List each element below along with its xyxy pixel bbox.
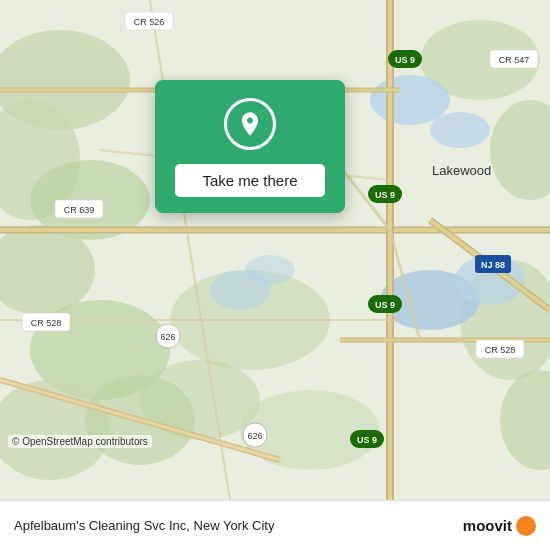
moovit-text: moovit bbox=[463, 517, 512, 534]
svg-text:US 9: US 9 bbox=[375, 190, 395, 200]
svg-text:CR 528: CR 528 bbox=[485, 345, 516, 355]
moovit-dot-icon bbox=[516, 516, 536, 536]
svg-text:CR 547: CR 547 bbox=[499, 55, 530, 65]
svg-point-20 bbox=[245, 255, 295, 285]
take-me-there-button[interactable]: Take me there bbox=[175, 164, 325, 197]
pin-icon-wrapper bbox=[224, 98, 276, 150]
svg-text:US 9: US 9 bbox=[395, 55, 415, 65]
location-card[interactable]: Take me there bbox=[155, 80, 345, 213]
svg-text:US 9: US 9 bbox=[357, 435, 377, 445]
map-container: CR 526 US 9 CR 547 CR 639 US 9 Lakewood … bbox=[0, 0, 550, 500]
location-title: Apfelbaum's Cleaning Svc Inc, New York C… bbox=[14, 518, 274, 533]
svg-text:Lakewood: Lakewood bbox=[432, 163, 491, 178]
map-background: CR 526 US 9 CR 547 CR 639 US 9 Lakewood … bbox=[0, 0, 550, 500]
svg-text:NJ 88: NJ 88 bbox=[481, 260, 505, 270]
svg-text:CR 526: CR 526 bbox=[134, 17, 165, 27]
moovit-logo: moovit bbox=[463, 516, 536, 536]
svg-text:626: 626 bbox=[247, 431, 262, 441]
osm-attribution: © OpenStreetMap contributors bbox=[8, 435, 152, 448]
svg-point-15 bbox=[370, 75, 450, 125]
location-pin-icon bbox=[236, 110, 264, 138]
svg-text:626: 626 bbox=[160, 332, 175, 342]
bottom-bar: Apfelbaum's Cleaning Svc Inc, New York C… bbox=[0, 500, 550, 550]
svg-text:US 9: US 9 bbox=[375, 300, 395, 310]
svg-point-16 bbox=[430, 112, 490, 148]
svg-text:CR 639: CR 639 bbox=[64, 205, 95, 215]
svg-text:CR 528: CR 528 bbox=[31, 318, 62, 328]
